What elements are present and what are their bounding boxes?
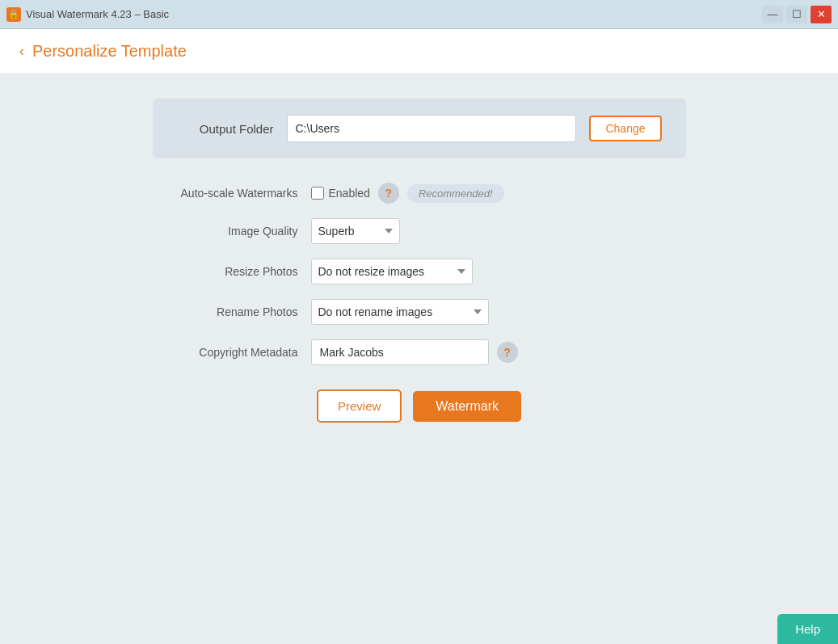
change-button[interactable]: Change	[589, 116, 661, 141]
title-bar-left: 🔒 Visual Watermark 4.23 – Basic	[6, 7, 169, 22]
image-quality-control: Superb High Medium Low	[311, 218, 400, 244]
recommended-text: Recommended!	[419, 187, 493, 200]
resize-photos-row: Resize Photos Do not resize images Resiz…	[153, 259, 686, 284]
back-arrow[interactable]: ‹	[19, 43, 24, 60]
rename-photos-row: Rename Photos Do not rename images Add p…	[153, 299, 686, 325]
header-bar: ‹ Personalize Template	[0, 29, 838, 74]
autoscale-checkbox-wrap: Enabled	[311, 187, 370, 200]
window-controls: — ☐ ✕	[762, 6, 832, 23]
image-quality-row: Image Quality Superb High Medium Low	[153, 218, 686, 244]
minimize-button[interactable]: —	[762, 6, 783, 23]
image-quality-select[interactable]: Superb High Medium Low	[311, 218, 400, 244]
copyright-metadata-label: Copyright Metadata	[153, 346, 298, 359]
title-text: Visual Watermark 4.23 – Basic	[26, 8, 169, 20]
output-folder-section: Output Folder Change	[153, 99, 686, 158]
watermark-button[interactable]: Watermark	[413, 391, 521, 422]
settings-section: Auto-scale Watermarks Enabled ? Recommen…	[153, 183, 686, 365]
copyright-metadata-input[interactable]	[311, 339, 489, 365]
page-title: Personalize Template	[32, 42, 187, 61]
main-content: ‹ Personalize Template Output Folder Cha…	[0, 29, 838, 644]
rename-photos-select[interactable]: Do not rename images Add prefix Add suff…	[311, 299, 489, 325]
preview-button[interactable]: Preview	[317, 389, 402, 423]
autoscale-checkbox[interactable]	[311, 187, 324, 200]
title-bar: 🔒 Visual Watermark 4.23 – Basic — ☐ ✕	[0, 0, 838, 29]
output-folder-label: Output Folder	[177, 122, 274, 136]
form-area: Output Folder Change Auto-scale Watermar…	[0, 74, 838, 644]
resize-photos-control: Do not resize images Resize to fit Resiz…	[311, 259, 473, 284]
resize-photos-label: Resize Photos	[153, 265, 298, 278]
resize-photos-select[interactable]: Do not resize images Resize to fit Resiz…	[311, 259, 473, 284]
rename-photos-control: Do not rename images Add prefix Add suff…	[311, 299, 489, 325]
image-quality-label: Image Quality	[153, 225, 298, 238]
lock-icon: 🔒	[6, 7, 21, 22]
recommended-badge: Recommended!	[407, 184, 504, 203]
autoscale-control: Enabled ? Recommended!	[311, 183, 504, 204]
output-folder-input[interactable]	[287, 115, 577, 142]
autoscale-help-button[interactable]: ?	[378, 183, 399, 204]
autoscale-checkbox-label: Enabled	[329, 187, 370, 200]
close-button[interactable]: ✕	[811, 6, 832, 23]
copyright-metadata-row: Copyright Metadata ?	[153, 339, 686, 365]
rename-photos-label: Rename Photos	[153, 305, 298, 318]
autoscale-label: Auto-scale Watermarks	[153, 187, 298, 200]
copyright-help-button[interactable]: ?	[497, 342, 518, 363]
action-buttons: Preview Watermark	[317, 389, 521, 423]
copyright-metadata-control: ?	[311, 339, 518, 365]
autoscale-row: Auto-scale Watermarks Enabled ? Recommen…	[153, 183, 686, 204]
help-corner-button[interactable]: Help	[777, 614, 838, 644]
maximize-button[interactable]: ☐	[786, 6, 807, 23]
